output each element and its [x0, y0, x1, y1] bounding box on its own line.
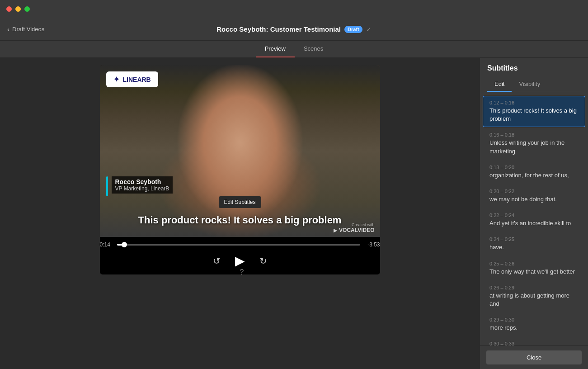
progress-thumb[interactable] — [122, 242, 127, 247]
subtitle-timestamp: 0:18 – 0:20 — [489, 165, 579, 170]
back-label: Draft Videos — [12, 26, 44, 33]
subtitles-panel-title: Subtitles — [487, 64, 581, 72]
subtitles-header: Subtitles Edit Visibility — [480, 58, 588, 92]
subtitle-timestamp: 0:26 – 0:29 — [489, 285, 579, 290]
subtitles-tabs: Edit Visibility — [487, 77, 581, 92]
logo-symbol-icon: ✦ — [113, 75, 119, 84]
subtitle-timestamp: 0:12 – 0:16 — [489, 100, 579, 105]
header-title-area: Rocco Seyboth: Customer Testimonial Draf… — [216, 25, 371, 33]
speaker-text-area: Rocco Seyboth VP Marketing, LinearB — [112, 176, 173, 194]
rewind-icon: ↺ — [213, 255, 221, 266]
subtitles-list: 0:12 – 0:16This product rocks! It solves… — [480, 92, 588, 345]
check-icon: ✓ — [366, 26, 372, 33]
subtitle-item[interactable]: 0:20 – 0:22we may not be doing that. — [483, 184, 585, 208]
speaker-bar-decoration — [106, 176, 108, 196]
subtitle-text-content: more reps. — [489, 324, 579, 332]
forward-button[interactable]: ↻ — [258, 254, 269, 268]
remaining-time: -3:53 — [365, 241, 380, 248]
subtitle-text-content: organization, for the rest of us, — [489, 171, 579, 180]
speaker-title: VP Marketing, LinearB — [115, 185, 169, 192]
forward-icon: ↻ — [259, 255, 267, 266]
progress-bar-container: 0:14 -3:53 — [100, 241, 380, 248]
subtitle-timestamp: 0:25 – 0:26 — [489, 261, 579, 266]
help-icon: ? — [240, 268, 244, 276]
titlebar — [0, 0, 588, 18]
tab-navigation: Preview Scenes — [0, 41, 588, 58]
subtitle-text-content: have. — [489, 243, 579, 251]
help-button[interactable]: ? — [240, 268, 244, 276]
subtitles-tab-visibility[interactable]: Visibility — [512, 77, 547, 92]
close-button[interactable]: Close — [486, 350, 582, 364]
video-area: ✦ LINEARB Rocco Seyboth VP Marketing, Li… — [0, 58, 480, 369]
subtitle-item[interactable]: 0:26 – 0:29at writing is about getting m… — [483, 281, 585, 312]
close-window-button[interactable] — [6, 6, 12, 12]
subtitle-text-content: Unless writing your job in the marketing — [489, 139, 579, 155]
watermark-brand-text: VOCALVIDEO — [339, 227, 374, 233]
subtitle-timestamp: 0:22 – 0:24 — [489, 213, 579, 218]
playback-controls: ↺ ▶ ↻ — [100, 251, 380, 270]
subtitles-panel: Subtitles Edit Visibility 0:12 – 0:16Thi… — [480, 58, 588, 369]
rewind-button[interactable]: ↺ — [211, 254, 222, 268]
subtitle-timestamp: 0:24 – 0:25 — [489, 237, 579, 242]
tab-scenes[interactable]: Scenes — [295, 41, 332, 57]
watermark-brand: ▶ VOCALVIDEO — [334, 227, 374, 233]
video-frame: ✦ LINEARB Rocco Seyboth VP Marketing, Li… — [100, 65, 380, 237]
header: ‹ Draft Videos Rocco Seyboth: Customer T… — [0, 18, 588, 41]
subtitle-item[interactable]: 0:12 – 0:16This product rocks! It solves… — [483, 96, 585, 127]
speaker-info: Rocco Seyboth VP Marketing, LinearB — [106, 176, 173, 196]
video-container: ✦ LINEARB Rocco Seyboth VP Marketing, Li… — [100, 65, 380, 274]
play-icon-watermark: ▶ — [334, 228, 337, 233]
chevron-left-icon: ‹ — [7, 25, 9, 33]
minimize-window-button[interactable] — [15, 6, 21, 12]
subtitle-text-content: And yet it's an incredible skill to — [489, 219, 579, 227]
subtitle-text-content: This product rocks! It solves a big prob… — [489, 107, 579, 123]
back-button[interactable]: ‹ Draft Videos — [7, 25, 44, 33]
play-icon: ▶ — [235, 253, 245, 268]
subtitle-timestamp: 0:30 – 0:33 — [489, 341, 579, 345]
watermark-prefix: Created with — [334, 222, 374, 227]
subtitle-timestamp: 0:29 – 0:30 — [489, 317, 579, 322]
current-time: 0:14 — [100, 241, 113, 248]
subtitle-timestamp: 0:20 – 0:22 — [489, 189, 579, 194]
play-button[interactable]: ▶ — [233, 251, 247, 270]
subtitle-item[interactable]: 0:25 – 0:26The only way that we'll get b… — [483, 257, 585, 280]
subtitle-item[interactable]: 0:30 – 0:33So even if we manage technolo… — [483, 337, 585, 345]
subtitle-text-content: The only way that we'll get better — [489, 268, 579, 276]
watermark: Created with ▶ VOCALVIDEO — [334, 222, 374, 233]
subtitle-item[interactable]: 0:18 – 0:20organization, for the rest of… — [483, 161, 585, 184]
progress-track[interactable] — [117, 244, 360, 246]
maximize-window-button[interactable] — [24, 6, 30, 12]
subtitle-text-content: at writing is about getting more and — [489, 292, 579, 308]
video-title: Rocco Seyboth: Customer Testimonial — [216, 25, 341, 33]
draft-badge: Draft — [344, 26, 362, 33]
subtitle-timestamp: 0:16 – 0:18 — [489, 132, 579, 137]
video-logo: ✦ LINEARB — [106, 71, 158, 87]
subtitles-tab-edit[interactable]: Edit — [487, 77, 512, 92]
subtitle-item[interactable]: 0:24 – 0:25have. — [483, 232, 585, 255]
subtitle-text-content: we may not be doing that. — [489, 195, 579, 203]
main-layout: ✦ LINEARB Rocco Seyboth VP Marketing, Li… — [0, 58, 588, 369]
logo-text: LINEARB — [123, 76, 151, 83]
subtitle-item[interactable]: 0:29 – 0:30more reps. — [483, 313, 585, 336]
subtitle-item[interactable]: 0:22 – 0:24And yet it's an incredible sk… — [483, 208, 585, 232]
video-content — [100, 65, 380, 237]
edit-subtitles-button[interactable]: Edit Subtitles — [218, 196, 261, 208]
subtitle-item[interactable]: 0:16 – 0:18Unless writing your job in th… — [483, 128, 585, 159]
subtitles-footer: Close — [480, 345, 588, 369]
speaker-name: Rocco Seyboth — [115, 178, 169, 185]
tab-preview[interactable]: Preview — [256, 41, 295, 57]
